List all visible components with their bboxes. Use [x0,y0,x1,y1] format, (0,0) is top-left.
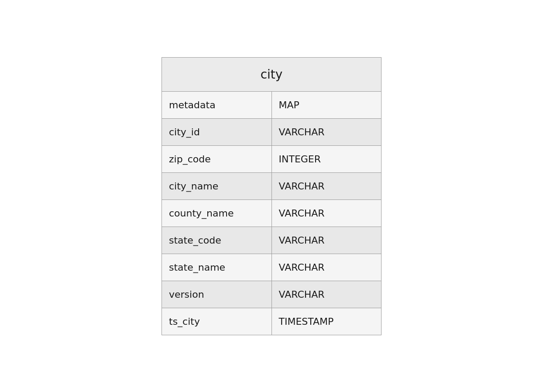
column-name: city_name [162,172,272,199]
table-row: ts_cityTIMESTAMP [162,308,381,335]
column-name: ts_city [162,308,272,335]
column-name: state_code [162,227,272,254]
column-type: VARCHAR [272,172,381,199]
column-type: TIMESTAMP [272,308,381,335]
column-type: VARCHAR [272,281,381,308]
column-name: zip_code [162,145,272,172]
table-row: county_nameVARCHAR [162,199,381,227]
column-name: state_name [162,254,272,281]
table-row: versionVARCHAR [162,281,381,308]
table-row: metadataMAP [162,91,381,118]
schema-table: city metadataMAPcity_idVARCHARzip_codeIN… [162,57,381,335]
table-row: zip_codeINTEGER [162,145,381,172]
column-name: metadata [162,91,272,118]
table-row: city_idVARCHAR [162,118,381,145]
table-title: city [162,58,381,92]
column-type: INTEGER [272,145,381,172]
column-type: VARCHAR [272,199,381,227]
column-name: county_name [162,199,272,227]
table-row: state_codeVARCHAR [162,227,381,254]
column-type: VARCHAR [272,254,381,281]
table-title-row: city [162,58,381,92]
column-type: VARCHAR [272,118,381,145]
table-row: state_nameVARCHAR [162,254,381,281]
column-type: MAP [272,91,381,118]
column-name: city_id [162,118,272,145]
column-name: version [162,281,272,308]
table-row: city_nameVARCHAR [162,172,381,199]
column-type: VARCHAR [272,227,381,254]
